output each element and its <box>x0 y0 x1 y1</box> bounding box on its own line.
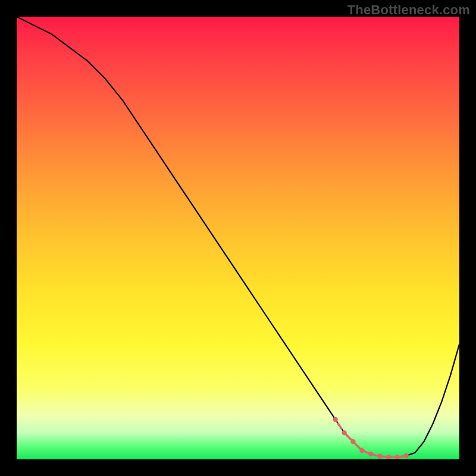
bottleneck-curve <box>17 17 459 457</box>
flat-marker-dash <box>338 424 342 428</box>
chart-frame: TheBottleneck.com <box>0 0 476 476</box>
flat-marker-dash <box>381 456 387 457</box>
flat-marker-dot <box>333 417 338 422</box>
flat-marker-dash <box>372 455 378 456</box>
watermark-text: TheBottleneck.com <box>347 2 470 18</box>
plot-outer <box>17 17 459 459</box>
flat-marker-dash <box>399 456 405 457</box>
curve-layer <box>17 17 459 459</box>
flat-region-markers <box>333 417 409 459</box>
flat-marker-dash <box>355 444 359 448</box>
flat-marker-dash <box>347 435 351 439</box>
flat-marker-dash <box>364 451 369 453</box>
